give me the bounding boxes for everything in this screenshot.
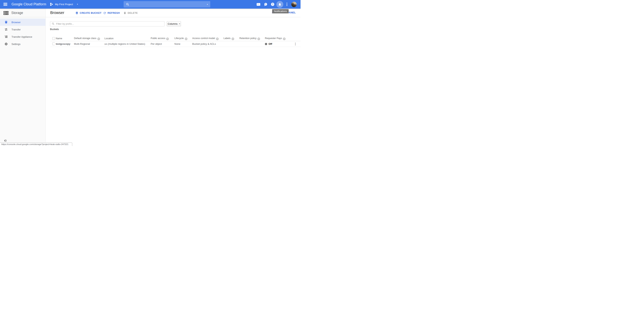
help-button[interactable]: ? <box>269 0 276 8</box>
storage-product-icon <box>3 11 8 15</box>
main-content: Columns ▾ Buckets Name Default storage c… <box>46 17 300 146</box>
page-header: Browser CREATE BUCKET REFRESH DELETE <box>46 8 300 17</box>
column-header-requester-pays[interactable]: Requester Pays <box>265 37 282 40</box>
sidebar-item-transfer[interactable]: Transfer <box>0 26 46 33</box>
chevron-down-icon: ▾ <box>77 3 78 5</box>
search-dropdown-caret-icon[interactable]: ▾ <box>207 4 208 5</box>
browser-status-bar: https://console.cloud.google.com/storage… <box>0 143 72 146</box>
terminal-icon: >_ <box>257 3 260 6</box>
account-button[interactable] <box>290 0 298 8</box>
sidebar-item-label: Transfer <box>12 28 21 31</box>
help-icon[interactable]: ? <box>232 37 234 40</box>
search-icon <box>126 3 130 6</box>
cell-labels <box>222 41 238 47</box>
appliance-list-icon <box>4 35 8 38</box>
filter-search-icon <box>52 22 55 25</box>
chevron-down-icon: ▾ <box>179 23 180 25</box>
requester-pays-value: Off <box>268 42 272 45</box>
search-input[interactable] <box>131 3 208 6</box>
table-header-row: Name Default storage class? Location Pub… <box>50 36 300 41</box>
topbar-action-icons: >_ ? <box>255 0 298 8</box>
help-icon[interactable]: ? <box>258 37 260 40</box>
status-dot-icon <box>265 43 267 45</box>
help-icon[interactable]: ? <box>185 37 188 40</box>
create-bucket-button[interactable]: CREATE BUCKET <box>75 8 102 17</box>
bell-icon <box>278 3 282 6</box>
transfer-arrows-icon <box>4 28 8 31</box>
top-app-bar: Google Cloud Platform My First Project ▾… <box>0 0 300 8</box>
filter-input[interactable] <box>56 22 163 25</box>
avatar <box>291 2 297 7</box>
column-header-lifecycle[interactable]: Lifecycle <box>174 37 184 40</box>
collapse-sidebar-button[interactable] <box>4 139 7 143</box>
cell-lifecycle: None <box>174 41 191 47</box>
cell-retention <box>238 41 264 47</box>
page-title: Browser <box>50 10 64 15</box>
delete-label: DELETE <box>128 11 138 14</box>
project-name: My First Project <box>55 3 73 6</box>
kebab-icon <box>286 2 287 6</box>
row-menu-button[interactable]: ⋮ <box>294 42 297 46</box>
refresh-icon <box>103 11 106 14</box>
menu-icon[interactable] <box>4 3 7 6</box>
bucket-name-link[interactable]: testgcscopy <box>56 42 70 45</box>
cell-requester-pays: Off <box>264 41 292 47</box>
help-icon[interactable]: ? <box>97 37 100 40</box>
column-header-access-control[interactable]: Access control model <box>192 37 215 40</box>
buckets-section-label: Buckets <box>50 28 59 31</box>
cell-location: us (multiple regions in United States) <box>104 41 150 47</box>
filter-field[interactable] <box>50 21 164 26</box>
select-all-checkbox[interactable] <box>52 37 55 40</box>
sidebar-item-label: Browser <box>12 21 21 24</box>
cell-storage-class: Multi-Regional <box>73 41 104 47</box>
columns-label: Columns <box>168 22 178 25</box>
notifications-button[interactable] <box>276 0 283 8</box>
help-icon[interactable]: ? <box>216 37 219 40</box>
bucket-icon <box>4 20 8 24</box>
sidebar-item-browser[interactable]: Browser <box>0 18 46 26</box>
column-header-location[interactable]: Location <box>104 37 114 40</box>
table-row[interactable]: testgcscopy Multi-Regional us (multiple … <box>50 41 300 47</box>
sidebar-item-transfer-appliance[interactable]: Transfer Appliance <box>0 33 46 40</box>
question-mark-icon: ? <box>271 3 274 6</box>
help-icon[interactable]: ? <box>283 37 286 40</box>
delete-button: DELETE <box>124 8 138 17</box>
column-header-retention[interactable]: Retention policy <box>240 37 256 40</box>
refresh-label: REFRESH <box>108 11 120 14</box>
row-checkbox[interactable] <box>52 42 55 45</box>
product-name: Storage <box>11 8 23 17</box>
column-header-labels[interactable]: Labels <box>224 37 230 40</box>
cloud-shell-button[interactable]: >_ <box>255 0 262 8</box>
cell-access-control: Bucket policy & ACLs <box>191 41 222 47</box>
sidebar-nav: Browser Transfer Transfer Appliance Sett… <box>0 17 46 48</box>
feedback-bubble-icon <box>264 2 268 6</box>
create-bucket-label: CREATE BUCKET <box>80 11 102 14</box>
help-icon[interactable]: ? <box>166 37 169 40</box>
buckets-table: Name Default storage class? Location Pub… <box>50 36 300 47</box>
global-search[interactable]: ▾ <box>124 1 210 7</box>
columns-dropdown-button[interactable]: Columns ▾ <box>167 21 181 26</box>
cell-public-access: Per object <box>150 41 174 47</box>
project-selector[interactable]: My First Project ▾ <box>50 0 78 8</box>
project-hexagons-icon <box>50 2 53 6</box>
sidebar-item-label: Transfer Appliance <box>12 35 32 38</box>
more-options-button[interactable] <box>283 0 290 8</box>
refresh-button[interactable]: REFRESH <box>103 8 120 17</box>
gear-icon <box>4 42 8 46</box>
column-header-storage-class[interactable]: Default storage class <box>74 37 96 40</box>
gcp-logo: Google Cloud Platform <box>12 0 46 8</box>
column-header-public-access[interactable]: Public access <box>151 37 165 40</box>
collapse-chevron-icon <box>4 139 7 142</box>
sidebar: Storage Browser Transfer Transfer Ap <box>0 8 46 146</box>
notifications-tooltip: Notifications <box>272 9 289 13</box>
trash-icon <box>124 11 126 14</box>
sidebar-product-header: Storage <box>0 8 46 17</box>
sidebar-item-settings[interactable]: Settings <box>0 40 46 48</box>
sidebar-item-label: Settings <box>12 43 20 45</box>
column-header-name[interactable]: Name <box>56 37 62 40</box>
bucket-plus-icon <box>75 11 78 14</box>
focus-ring <box>276 1 283 8</box>
feedback-button[interactable] <box>262 0 269 8</box>
